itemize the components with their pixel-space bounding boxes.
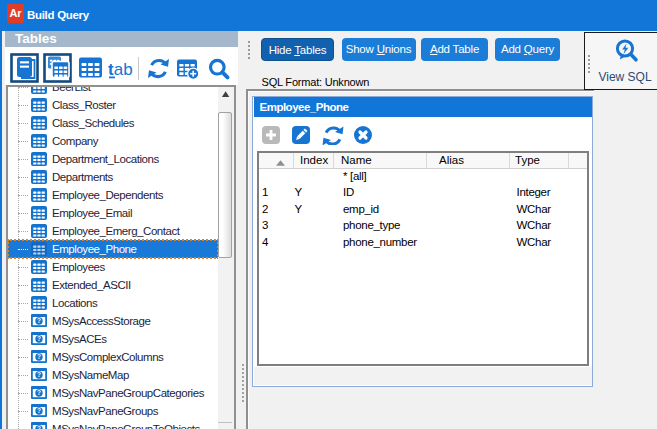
svg-text:?: ?: [37, 354, 41, 361]
svg-text:tab: tab: [108, 60, 133, 79]
svg-text:?: ?: [37, 372, 41, 379]
svg-text:?: ?: [37, 336, 41, 343]
svg-text:?: ?: [37, 318, 41, 325]
svg-text:?: ?: [37, 408, 41, 415]
svg-text:?: ?: [37, 390, 41, 397]
